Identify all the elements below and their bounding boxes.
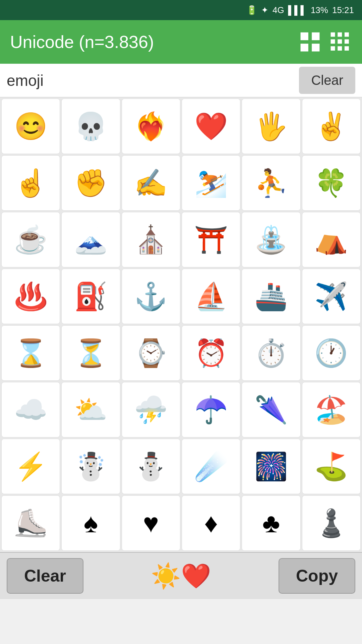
app-header: Unicode (n=3.836) (0, 20, 362, 64)
signal-type: 4G (273, 5, 284, 15)
emoji-cell[interactable]: ☃️ (61, 439, 120, 494)
emoji-cell[interactable]: ⛳ (302, 439, 361, 494)
grid-4col-button[interactable] (298, 30, 322, 54)
emoji-cell[interactable]: ⌛ (1, 325, 60, 381)
svg-rect-4 (331, 33, 335, 37)
emoji-cell[interactable]: ☄️ (182, 439, 240, 494)
status-bar: 🔋 ✦ 4G ▌▌▌ 13% 15:21 (0, 0, 362, 20)
svg-rect-1 (312, 33, 319, 40)
emoji-cell[interactable]: 💀 (61, 99, 120, 154)
emoji-cell[interactable]: ⛸️ (1, 495, 60, 551)
emoji-cell[interactable]: ⛹️ (242, 155, 300, 211)
emoji-cell[interactable]: ☁️ (1, 382, 60, 437)
svg-rect-8 (338, 39, 342, 44)
emoji-cell[interactable]: 🍀 (302, 155, 361, 211)
time: 15:21 (332, 5, 354, 15)
emoji-cell[interactable]: ☂️ (182, 382, 240, 437)
emoji-cell[interactable]: ⏰ (182, 325, 240, 381)
emoji-cell[interactable]: ✈️ (302, 269, 361, 324)
svg-rect-5 (338, 33, 342, 37)
emoji-cell[interactable]: ⛈️ (122, 382, 180, 437)
emoji-cell[interactable]: 🕐 (302, 325, 361, 381)
emoji-cell[interactable]: 🏖️ (302, 382, 361, 437)
svg-rect-3 (312, 44, 319, 51)
emoji-cell[interactable]: ♨️ (1, 269, 60, 324)
emoji-cell[interactable]: 🖐️ (242, 99, 300, 154)
selected-emojis: ☀️❤️ (151, 562, 211, 590)
emoji-cell[interactable]: ❤️ (182, 99, 240, 154)
battery-icon: 🔋 (246, 5, 257, 15)
search-input[interactable] (7, 71, 296, 90)
emoji-cell[interactable]: ✍️ (122, 155, 180, 211)
copy-button[interactable]: Copy (279, 558, 355, 594)
emoji-cell[interactable]: ♣️ (242, 495, 300, 551)
svg-rect-2 (301, 44, 308, 51)
search-bar: Clear (0, 64, 362, 97)
emoji-cell[interactable]: 🌂 (242, 382, 300, 437)
emoji-cell[interactable]: ⏳ (61, 325, 120, 381)
emoji-cell[interactable]: ⚓ (122, 269, 180, 324)
emoji-cell[interactable]: ✌️ (302, 99, 361, 154)
emoji-cell[interactable]: 😊 (1, 99, 60, 154)
svg-rect-11 (338, 46, 342, 51)
emoji-cell[interactable]: ♠️ (61, 495, 120, 551)
emoji-cell[interactable]: ⏱️ (242, 325, 300, 381)
svg-rect-0 (301, 33, 308, 40)
emoji-cell[interactable]: ⛽ (61, 269, 120, 324)
emoji-cell[interactable]: ⌚ (122, 325, 180, 381)
svg-rect-9 (345, 39, 349, 44)
emoji-cell[interactable]: ⛄ (122, 439, 180, 494)
emoji-cell[interactable]: ❤️‍🔥 (122, 99, 180, 154)
battery-percent: 13% (311, 5, 328, 15)
emoji-cell[interactable]: ⛪ (122, 212, 180, 267)
emoji-cell[interactable]: 🎆 (242, 439, 300, 494)
svg-rect-7 (331, 39, 335, 44)
grid-6col-button[interactable] (328, 30, 352, 54)
clear-search-button[interactable]: Clear (299, 67, 355, 94)
svg-rect-6 (345, 33, 349, 37)
bottom-bar: Clear ☀️❤️ Copy (0, 552, 362, 599)
emoji-cell[interactable]: 🚢 (242, 269, 300, 324)
svg-rect-10 (331, 46, 335, 51)
emoji-cell[interactable]: ⛵ (182, 269, 240, 324)
emoji-cell[interactable]: ⚡ (1, 439, 60, 494)
emoji-cell[interactable]: 🗻 (61, 212, 120, 267)
bluetooth-icon: ✦ (261, 5, 268, 15)
svg-rect-12 (345, 46, 349, 51)
emoji-cell[interactable]: ⛺ (302, 212, 361, 267)
emoji-cell[interactable]: ☝️ (1, 155, 60, 211)
emoji-cell[interactable]: ♦️ (182, 495, 240, 551)
header-icons (298, 30, 352, 54)
emoji-cell[interactable]: ♟️ (302, 495, 361, 551)
emoji-cell[interactable]: ⛲ (242, 212, 300, 267)
emoji-cell[interactable]: ⛅ (61, 382, 120, 437)
emoji-cell[interactable]: ⛩️ (182, 212, 240, 267)
emoji-cell[interactable]: ✊ (61, 155, 120, 211)
emoji-grid: 😊💀❤️‍🔥❤️🖐️✌️☝️✊✍️⛷️⛹️🍀☕🗻⛪⛩️⛲⛺♨️⛽⚓⛵🚢✈️⌛⏳⌚… (0, 97, 362, 552)
bottom-clear-button[interactable]: Clear (7, 558, 83, 594)
signal-bars: ▌▌▌ (288, 5, 307, 15)
emoji-cell[interactable]: ☕ (1, 212, 60, 267)
emoji-cell[interactable]: ⛷️ (182, 155, 240, 211)
app-title: Unicode (n=3.836) (10, 32, 154, 52)
emoji-cell[interactable]: ♥️ (122, 495, 180, 551)
